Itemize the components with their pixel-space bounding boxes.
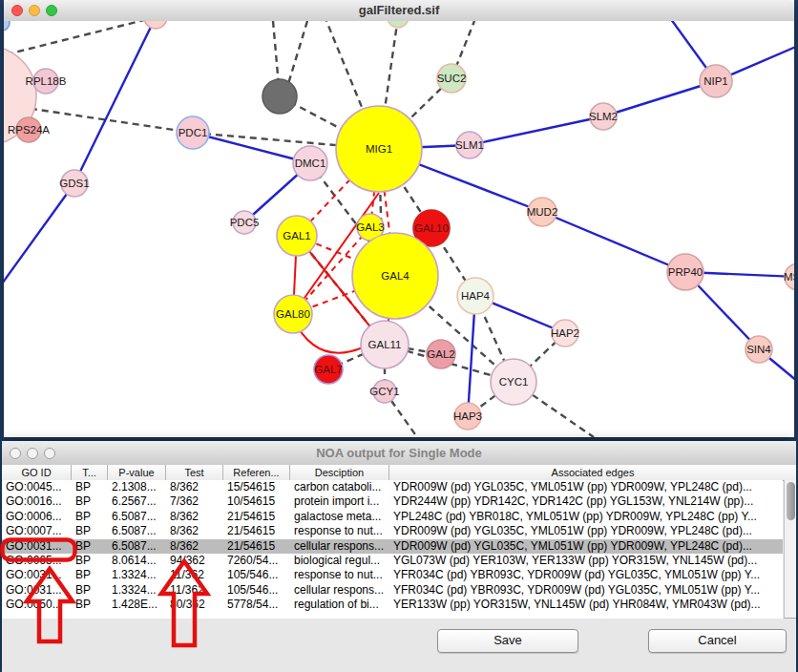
table-cell: BP [72,583,108,598]
network-node[interactable] [388,21,409,28]
table-cell: YDR009W (pd) YGL035C, YML051W (pp) YDR00… [389,539,783,554]
table-cell: GO:0045... [2,480,72,494]
network-node-label: SLM1 [455,139,484,151]
network-node-label: GAL4 [381,270,410,282]
table-cell: GO:0050... [2,598,72,612]
vertical-scrollbar[interactable] [784,480,796,619]
network-node[interactable] [262,79,297,114]
network-edge [4,21,156,57]
table-row[interactable]: GO:0006...BP6.5087...8/36221/54615galact… [2,510,783,524]
network-svg: RPL18BRPS24AGDS1PDC1DMC1MIG1SUC2SLM1SLM2… [4,21,794,437]
network-window-titlebar: galFiltered.sif [4,0,794,22]
column-header-desciption[interactable]: Desciption [290,465,389,480]
table-cell: YGL073W (pd) YER103W, YER133W (pp) YOR31… [389,554,783,568]
table-cell: cellular respons... [290,539,389,554]
network-edge [603,81,716,116]
table-cell: 6.2567... [108,494,166,509]
table-cell: response to nut... [290,568,389,582]
table-cell: 5778/54... [223,598,290,612]
table-cell: YDR009W (pd) YGL035C, YML051W (pp) YDR00… [389,480,783,494]
scrollbar-thumb[interactable] [787,482,795,520]
table-row[interactable]: GO:0007...BP6.5087...8/36221/54615respon… [2,524,783,538]
table-cell: GO:0031... [2,539,72,554]
table-cell: YFR034C (pd) YBR093C, YDR009W (pd) YGL03… [389,583,783,598]
network-node-label: RPL18B [26,75,67,87]
table-cell: 10/54615 [223,494,290,509]
network-canvas[interactable]: RPL18BRPS24AGDS1PDC1DMC1MIG1SUC2SLM1SLM2… [4,21,794,437]
column-header-associatededges[interactable]: Associated edges [389,465,796,480]
network-node-label: NIP1 [704,75,728,87]
table-row[interactable]: GO:0065...BP8.0614...94/3627260/54...bio… [2,554,783,568]
column-header-goid[interactable]: GO ID [2,465,72,480]
table-cell: 21/54615 [223,524,290,538]
table-cell: cellular respons... [290,583,389,598]
network-node[interactable] [4,21,10,31]
table-cell: 8/362 [166,524,223,538]
table-row[interactable]: GO:0050...BP1.428E...80/3625778/54...reg… [2,598,783,612]
network-edge [4,183,74,286]
table-cell: 80/362 [166,598,223,612]
table-cell: 8/362 [166,480,223,494]
table-body: GO:0045...BP2.1308...8/36215/54615carbon… [2,480,783,620]
network-node-label: PDC5 [230,217,260,228]
network-node-label: PRP40 [668,266,703,278]
network-node-label: GDS1 [59,178,89,189]
column-header-test[interactable]: Test [166,465,223,480]
table-cell: BP [72,510,108,524]
network-node[interactable] [144,21,167,29]
network-edge [470,116,603,145]
table-cell: 11/362 [166,568,223,582]
column-header-referen[interactable]: Referen... [223,465,290,480]
save-button[interactable]: Save [437,629,578,653]
network-node-label: GCY1 [369,386,399,397]
table-cell: 94/362 [166,554,223,568]
network-node-label: GAL10 [414,222,449,234]
network-node-label: GAL2 [427,348,454,360]
network-node-label: GAL80 [276,308,310,320]
network-node-label: GAL1 [283,230,310,242]
network-node-label: CYC1 [499,376,529,388]
table-row[interactable]: GO:0031...BP1.3324...11/362105/546...cel… [2,583,783,598]
network-edge [74,21,156,183]
network-node-label: GAL11 [368,339,402,350]
network-node-label: DMC1 [295,158,326,169]
network-node-label: PDC1 [178,127,208,138]
table-row[interactable]: GO:0016...BP6.2567...7/36210/54615protei… [2,494,783,509]
table-cell: 1.3324... [108,583,166,598]
table-cell: 21/54615 [223,539,290,554]
table-cell: response to nut... [290,524,389,538]
table-row[interactable]: GO:0031...BP6.5087...8/36221/54615cellul… [2,539,783,554]
network-node-label: RPS24A [8,124,50,136]
network-window-title: galFiltered.sif [4,3,794,17]
noa-output-window: NOA output for Single Mode GO IDT...P-va… [2,441,796,672]
table-cell: 8/362 [166,510,223,524]
table-cell: 1.3324... [108,568,166,582]
table-cell: GO:0006... [2,510,72,524]
column-header-t[interactable]: T... [72,465,108,480]
table-cell: YDR244W (pp) YDR142C, YDR142C (pp) YGL15… [389,494,783,509]
column-header-pvalue[interactable]: P-value [108,465,166,480]
table-cell: protein import i... [290,494,389,509]
table-cell: YDR009W (pd) YGL035C, YML051W (pp) YDR00… [389,524,783,538]
noa-window-titlebar: NOA output for Single Mode [2,441,796,466]
table-row[interactable]: GO:0031...BP1.3324...11/362105/546...res… [2,568,783,582]
cancel-button[interactable]: Cancel [648,629,787,653]
table-cell: BP [72,480,108,494]
table-footer: Save Cancel [2,619,796,672]
network-node-label: SUC2 [437,73,467,84]
table-cell: 8/362 [166,539,223,554]
network-node-label: GAL3 [356,221,384,233]
table-cell: GO:0031... [2,583,72,598]
network-window: galFiltered.sif RPL18BRPS24AGDS1PDC1DMC1… [4,0,794,437]
network-node-label: HAP2 [551,327,579,339]
table-row[interactable]: GO:0045...BP2.1308...8/36215/54615carbon… [2,480,783,494]
network-node-label: MUD2 [527,206,558,218]
table-cell: 1.428E... [108,598,166,612]
table-cell: BP [72,524,108,538]
table-cell: GO:0065... [2,554,72,568]
table-cell: 2.1308... [108,480,166,494]
table-cell: 6.5087... [108,539,166,554]
table-cell: BP [72,554,108,568]
table-cell: 6.5087... [108,524,166,538]
network-node-label: MSL5 [784,271,794,283]
